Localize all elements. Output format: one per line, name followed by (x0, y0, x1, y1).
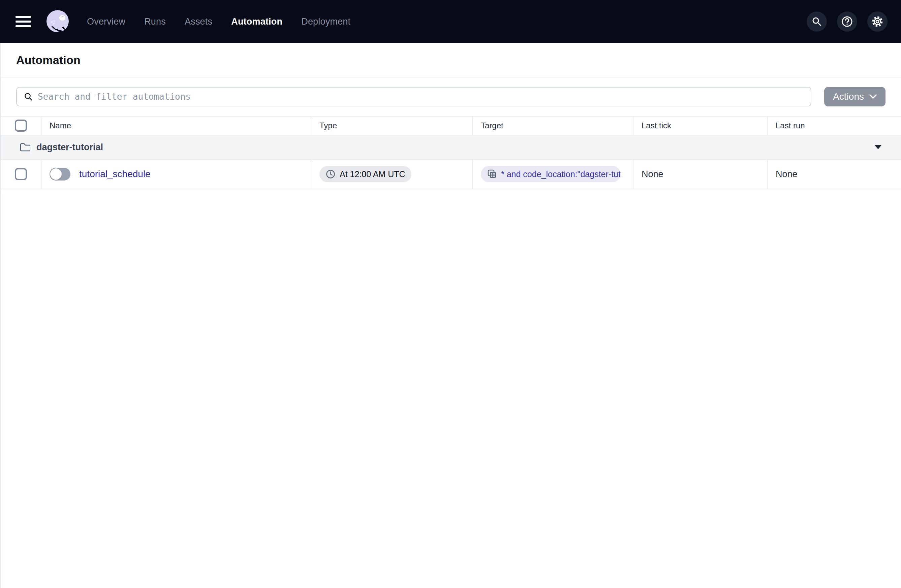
schedule-toggle-off[interactable] (50, 168, 70, 180)
target-selection-pill[interactable]: * and code_location:"dagster-tut (481, 166, 620, 182)
primary-nav: Overview Runs Assets Automation Deployme… (87, 17, 351, 27)
dagster-logo-icon[interactable] (44, 8, 71, 35)
nav-item-assets[interactable]: Assets (185, 17, 212, 27)
automations-table: Name Type Target Last tick Last run dags… (1, 116, 901, 189)
help-icon (841, 16, 853, 28)
last-run-value: None (776, 169, 798, 179)
top-nav-bar: Overview Runs Assets Automation Deployme… (0, 0, 901, 43)
menu-icon[interactable] (16, 16, 31, 27)
table-row: tutorial_schedule At 12:00 AM UTC (1, 160, 901, 189)
group-row-dagster-tutorial[interactable]: dagster-tutorial (1, 135, 901, 160)
schedule-type-pill[interactable]: At 12:00 AM UTC (320, 166, 412, 182)
asset-selection-icon (487, 169, 497, 179)
last-tick-value: None (642, 169, 664, 179)
help-button[interactable] (837, 11, 857, 32)
page-title: Automation (16, 54, 81, 67)
column-header-last-tick: Last tick (633, 117, 767, 135)
search-input[interactable] (38, 92, 804, 102)
automation-page: Overview Runs Assets Automation Deployme… (0, 0, 901, 588)
column-header-last-run: Last run (767, 117, 901, 135)
gear-icon (871, 15, 884, 28)
actions-button[interactable]: Actions (824, 87, 885, 106)
nav-icon-buttons (807, 11, 887, 32)
settings-button[interactable] (867, 11, 887, 32)
folder-icon (20, 142, 30, 152)
column-header-target: Target (472, 117, 633, 135)
nav-item-automation[interactable]: Automation (231, 17, 282, 27)
column-header-name: Name (41, 117, 311, 135)
search-button[interactable] (807, 11, 827, 32)
group-name: dagster-tutorial (36, 142, 103, 152)
row-checkbox[interactable] (15, 168, 27, 180)
title-bar: Automation (1, 43, 901, 77)
filter-toolbar: Actions (1, 77, 901, 116)
column-header-type: Type (311, 117, 472, 135)
nav-item-overview[interactable]: Overview (87, 17, 125, 27)
chevron-down-icon (869, 94, 877, 99)
automation-name-link[interactable]: tutorial_schedule (79, 169, 151, 179)
main-content: Automation Actions (0, 43, 901, 588)
collapse-caret-icon[interactable] (875, 145, 881, 149)
select-all-checkbox[interactable] (15, 120, 27, 132)
nav-item-runs[interactable]: Runs (144, 17, 166, 27)
nav-item-deployment[interactable]: Deployment (301, 17, 351, 27)
clock-icon (326, 169, 335, 179)
table-header-row: Name Type Target Last tick Last run (1, 116, 901, 135)
search-icon (23, 92, 33, 101)
search-icon (811, 16, 822, 27)
search-filter-box[interactable] (16, 87, 811, 106)
